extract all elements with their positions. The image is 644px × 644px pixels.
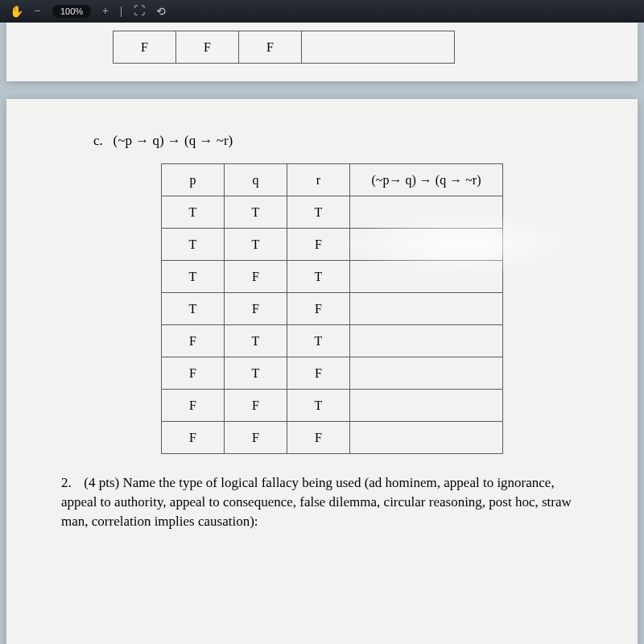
document-page: c. (~p → q) → (q → ~r) p q r (~p→ q) → (… [6, 99, 638, 644]
truth-table-c: p q r (~p→ q) → (q → ~r) TTT TTF TFT TFF… [161, 163, 503, 454]
top-truth-table-fragment: F F F [113, 31, 455, 64]
table-row: FFF [162, 422, 503, 454]
table-row: F F F [114, 31, 455, 64]
table-row: TTF [162, 229, 503, 261]
cell-result [302, 31, 455, 64]
table-row: FFT [162, 390, 503, 422]
problem-c-prompt: c. (~p → q) → (q → ~r) [93, 133, 589, 149]
problem-letter: c. [93, 133, 103, 148]
table-row: FTF [162, 357, 503, 390]
problem-expression: (~p → q) → (q → ~r) [114, 133, 233, 148]
pdf-toolbar: ✋ − 100% + | ⛶ ⟲ [0, 0, 644, 23]
table-header-row: p q r (~p→ q) → (q → ~r) [162, 164, 503, 196]
header-q: q [225, 164, 287, 196]
cell-q: F [176, 31, 239, 64]
minus-icon[interactable]: − [35, 5, 41, 18]
question-number: 2. [61, 473, 80, 493]
table-row: TFF [162, 293, 503, 325]
fit-page-icon[interactable]: ⛶ [134, 5, 145, 18]
cell-r: F [239, 31, 302, 64]
divider-icon: | [120, 5, 122, 18]
hand-icon[interactable]: ✋ [10, 5, 23, 19]
plus-icon[interactable]: + [102, 5, 109, 18]
question-text: (4 pts) Name the type of logical fallacy… [61, 475, 572, 529]
zoom-level[interactable]: 100% [52, 5, 91, 18]
header-p: p [162, 164, 225, 196]
cell-p: F [114, 31, 176, 64]
table-row: TFT [162, 261, 503, 293]
header-r: r [287, 164, 350, 196]
rotate-icon[interactable]: ⟲ [156, 5, 166, 19]
previous-page-fragment: F F F [6, 23, 638, 81]
header-result: (~p→ q) → (q → ~r) [350, 164, 503, 196]
table-row: FTT [162, 325, 503, 357]
table-row: TTT [162, 196, 503, 229]
question-2: 2. (4 pts) Name the type of logical fall… [61, 473, 583, 530]
